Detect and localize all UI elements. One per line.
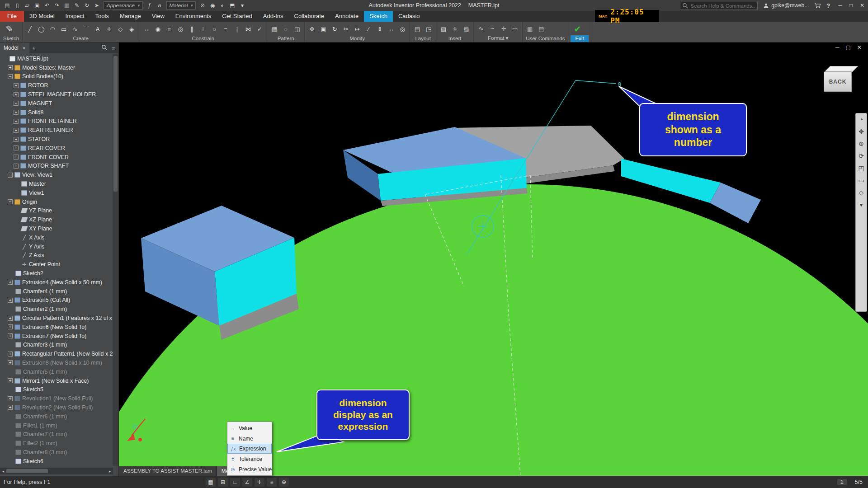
tree-item[interactable]: Chamfer4 (1 mm): [0, 287, 113, 296]
symmetric-icon[interactable]: ⋈: [243, 23, 253, 34]
tree-item[interactable]: +Extrusion5 (Cut All): [0, 296, 113, 305]
tree-item[interactable]: +Mirror1 (New Solid x Face): [0, 376, 113, 385]
insert-image-icon[interactable]: ▧: [439, 23, 448, 34]
adjust-icon[interactable]: ƒ: [145, 1, 154, 10]
scroll-left-icon[interactable]: ◂: [0, 469, 6, 474]
tree-item[interactable]: +Solid8: [0, 108, 113, 117]
local-update-icon[interactable]: ↻: [82, 1, 91, 10]
close-icon[interactable]: ✕: [22, 46, 26, 51]
expander-icon[interactable]: −: [8, 173, 13, 178]
no-material-icon[interactable]: ⊘: [198, 1, 207, 10]
tree-item[interactable]: MASTER.ipt: [0, 54, 113, 63]
screen-mode-icon[interactable]: ⬒: [228, 1, 237, 10]
expander-icon[interactable]: +: [8, 333, 13, 338]
more-nav-icon[interactable]: ◇: [859, 189, 864, 196]
expander-icon[interactable]: −: [8, 74, 13, 79]
tree-item[interactable]: ✛Center Point: [0, 260, 113, 269]
expander-icon[interactable]: +: [8, 360, 13, 365]
tree-item[interactable]: +Extrusion8 (New Solid x 10 mm): [0, 358, 113, 367]
document-tab-assembly-to-assist-master-iam[interactable]: ASSEMBLY TO ASSIST MASTER.iam: [119, 466, 217, 476]
expander-icon[interactable]: +: [14, 110, 19, 115]
context-menu-item-value[interactable]: ↔Value: [227, 423, 272, 433]
context-menu-item-expression[interactable]: ƒxExpression: [227, 444, 272, 454]
expander-icon[interactable]: +: [8, 280, 13, 285]
tree-item[interactable]: XZ Plane: [0, 215, 113, 224]
concentric-icon[interactable]: ◎: [175, 23, 185, 34]
rotate-icon[interactable]: ↻: [330, 23, 340, 34]
project-geometry-icon[interactable]: ◈: [127, 23, 137, 34]
tree-item[interactable]: +Model States: Master: [0, 63, 113, 72]
viewport-restore-button[interactable]: ▢: [846, 44, 851, 51]
import-points-icon[interactable]: ✛: [450, 23, 460, 34]
tree-item[interactable]: ╱Y Axis: [0, 242, 113, 251]
cart-icon[interactable]: [814, 2, 821, 9]
undo-icon[interactable]: ↶: [42, 1, 52, 10]
point-icon[interactable]: ✛: [104, 23, 114, 34]
insert-acad-icon[interactable]: ▨: [461, 23, 471, 34]
construction-icon[interactable]: ∿: [476, 23, 486, 34]
browser-search-icon[interactable]: [99, 44, 108, 52]
view-cube[interactable]: BACK: [824, 66, 860, 92]
graphics-viewport[interactable]: 9: [119, 42, 868, 476]
perpendicular-icon[interactable]: ⊥: [198, 23, 208, 34]
create-block-icon[interactable]: ◳: [424, 23, 434, 34]
tree-item[interactable]: +Extrusion6 (New Solid To): [0, 323, 113, 332]
sketch-tool-icon[interactable]: ✎: [72, 1, 81, 10]
expander-icon[interactable]: +: [14, 128, 19, 133]
ribbon-tab-collaborate[interactable]: Collaborate: [289, 11, 330, 22]
help-icon[interactable]: ?: [826, 2, 830, 9]
account-menu[interactable]: gpike@mweb...: [763, 2, 809, 9]
maximize-button[interactable]: □: [849, 2, 853, 9]
half-section-icon[interactable]: ◐: [218, 1, 227, 10]
browser-menu-icon[interactable]: ≡: [108, 45, 118, 52]
tree-item[interactable]: ╱X Axis: [0, 233, 113, 242]
tree-item[interactable]: −Solid Bodies(10): [0, 72, 113, 81]
grid-icon[interactable]: ▦: [206, 478, 216, 487]
stretch-icon[interactable]: ↔: [386, 23, 396, 34]
arc-icon[interactable]: ◠: [47, 23, 57, 34]
tree-item[interactable]: +Circular Pattern1 (Features x 12 ul x 3…: [0, 314, 113, 323]
expander-icon[interactable]: +: [8, 405, 13, 410]
expander-icon[interactable]: +: [8, 396, 13, 401]
tree-item[interactable]: +MAGNET: [0, 99, 113, 108]
zoom-icon[interactable]: ⊕: [859, 141, 864, 147]
nav-menu-icon[interactable]: ▾: [859, 202, 863, 208]
more-commands-icon[interactable]: ▾: [238, 1, 247, 10]
browser-horizontal-scrollbar[interactable]: ◂ ▸: [0, 468, 113, 474]
expander-icon[interactable]: +: [14, 137, 19, 142]
tree-item[interactable]: Master: [0, 179, 113, 188]
arc-3pt-icon[interactable]: ⌒: [81, 23, 91, 34]
expander-icon[interactable]: +: [14, 83, 19, 88]
expander-icon[interactable]: +: [14, 92, 19, 97]
navigation-wheel-icon[interactable]: ◔: [859, 116, 863, 122]
ribbon-tab-view[interactable]: View: [146, 11, 170, 22]
tree-item[interactable]: ╱Z Axis: [0, 251, 113, 260]
viewport-minimize-button[interactable]: ─: [835, 44, 840, 51]
sketch-block-icon[interactable]: ▤: [412, 23, 422, 34]
copy-icon[interactable]: ▣: [318, 23, 328, 34]
expander-icon[interactable]: +: [14, 145, 19, 150]
tree-item[interactable]: Chamfer3 (1 mm): [0, 341, 113, 350]
orbit-icon[interactable]: ⟳: [859, 153, 864, 159]
tree-item[interactable]: +REAR COVER: [0, 144, 113, 153]
tree-item[interactable]: Sketch2: [0, 269, 113, 278]
driven-dimension-icon[interactable]: ▭: [510, 23, 520, 34]
precise-input-icon[interactable]: ✛: [255, 478, 264, 487]
ribbon-tab-manage[interactable]: Manage: [114, 11, 146, 22]
app-menu-icon[interactable]: ▤: [3, 1, 12, 10]
ortho-icon[interactable]: ∟: [230, 478, 240, 487]
vertical-constraint-icon[interactable]: ∣: [232, 23, 242, 34]
expander-icon[interactable]: +: [8, 324, 13, 329]
tree-item[interactable]: Chamfer7 (1 mm): [0, 430, 113, 439]
browser-tab-model[interactable]: Model ✕: [0, 42, 29, 53]
move-icon[interactable]: ✥: [307, 23, 317, 34]
tree-item[interactable]: Fillet2 (1 mm): [0, 439, 113, 448]
scroll-right-icon[interactable]: ▸: [107, 469, 113, 474]
new-file-icon[interactable]: ▯: [13, 1, 22, 10]
save-icon[interactable]: ▣: [33, 1, 42, 10]
tree-item[interactable]: +STEEL MAGNET HOLDER: [0, 90, 113, 99]
ribbon-tab-3d-model[interactable]: 3D Model: [24, 11, 60, 22]
extend-icon[interactable]: ↦: [352, 23, 362, 34]
expander-icon[interactable]: +: [8, 352, 13, 357]
tree-item[interactable]: −Origin: [0, 197, 113, 206]
